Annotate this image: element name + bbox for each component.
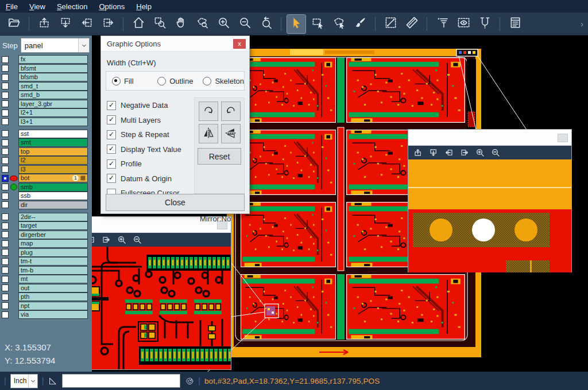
- filter-button[interactable]: [433, 15, 451, 33]
- open-folder-button[interactable]: [5, 15, 23, 33]
- layer-row-fx[interactable]: fx: [0, 55, 92, 64]
- layer-row-mt[interactable]: mt: [0, 275, 92, 283]
- layer-row-via[interactable]: via: [0, 310, 92, 319]
- ruler-button[interactable]: [403, 15, 421, 33]
- zoom-window-title-bar[interactable]: [408, 130, 571, 146]
- zoom-window-content[interactable]: [408, 159, 571, 272]
- select-cursor-button[interactable]: [287, 15, 305, 33]
- magnet-button[interactable]: [475, 15, 494, 33]
- layer-row-l3[interactable]: l3: [0, 165, 92, 174]
- step-down-button[interactable]: [429, 148, 438, 157]
- layer-row-top[interactable]: top: [0, 147, 92, 156]
- step-right-button[interactable]: [99, 15, 117, 33]
- step-left-button[interactable]: [78, 15, 96, 33]
- menu-options[interactable]: Options: [99, 2, 125, 11]
- zoom-in-button[interactable]: [475, 148, 485, 157]
- step-up-button[interactable]: [413, 148, 423, 157]
- layer-row-dirgerber[interactable]: dirgerber: [0, 231, 92, 239]
- command-input[interactable]: [62, 374, 180, 388]
- layer-checkbox[interactable]: [2, 249, 9, 256]
- zoom-poly-button[interactable]: [193, 15, 211, 33]
- radio-fill[interactable]: Fill: [106, 77, 152, 85]
- checkbox-box[interactable]: ✓: [107, 174, 116, 183]
- layer-checkbox[interactable]: [2, 294, 9, 301]
- brush-button[interactable]: [351, 15, 369, 33]
- layer-row-l2+1[interactable]: l2+1: [0, 108, 92, 117]
- layer-row-smt[interactable]: smt: [0, 138, 92, 147]
- layer-row-sst[interactable]: sst: [0, 130, 92, 138]
- checkbox-multi-layers[interactable]: ✓Multi Layers: [107, 116, 181, 124]
- zoom-in-button[interactable]: [117, 235, 126, 244]
- toolbar-overflow-chevron[interactable]: ›: [581, 20, 583, 29]
- rect-select-button[interactable]: [308, 15, 327, 33]
- window-menu-button[interactable]: [558, 134, 568, 142]
- layer-row-smd_b[interactable]: smd_b: [0, 91, 92, 99]
- report-button[interactable]: [506, 15, 524, 33]
- layer-checkbox[interactable]: [2, 213, 9, 220]
- checkbox-box[interactable]: ✓: [107, 101, 116, 110]
- layer-row-bfsmt[interactable]: bfsmt: [0, 64, 92, 73]
- step-down-button[interactable]: [56, 15, 75, 33]
- rotate-ccw-button[interactable]: [221, 102, 241, 121]
- zoom-in-button[interactable]: [214, 15, 233, 33]
- layer-checkbox[interactable]: [2, 302, 9, 309]
- checkbox-step-repeat[interactable]: ✓Step & Repeat: [107, 130, 181, 139]
- layer-checkbox[interactable]: [2, 276, 9, 283]
- chevron-down-icon[interactable]: [78, 38, 89, 52]
- zoom-prev-button[interactable]: [257, 15, 275, 33]
- layer-checkbox[interactable]: [2, 175, 9, 182]
- menu-view[interactable]: View: [29, 2, 45, 11]
- pan-hand-button[interactable]: [172, 15, 190, 33]
- checkbox-profile[interactable]: ✓Profile: [107, 159, 181, 168]
- zoom-out-button[interactable]: [491, 148, 500, 157]
- poly-select-button[interactable]: [330, 15, 348, 33]
- layer-row-tm-t[interactable]: tm-t: [0, 257, 92, 266]
- checkbox-box[interactable]: ✓: [107, 115, 116, 124]
- layer-row-out[interactable]: out: [0, 284, 92, 292]
- zoom-window-button[interactable]: [150, 15, 169, 33]
- layer-checkbox[interactable]: [2, 130, 9, 137]
- layer-checkbox[interactable]: [2, 83, 9, 89]
- layer-checkbox[interactable]: [2, 74, 9, 81]
- layer-row-npt[interactable]: npt: [0, 302, 92, 310]
- layer-checkbox[interactable]: [2, 157, 9, 164]
- mirror-v-button[interactable]: [221, 124, 241, 143]
- mirror-h-button[interactable]: [199, 124, 218, 143]
- layer-checkbox[interactable]: [2, 201, 9, 208]
- layer-row-layer_3.gbr[interactable]: layer_3.gbr: [0, 100, 92, 108]
- layer-row-tm-b[interactable]: tm-b: [0, 266, 92, 275]
- home-button[interactable]: [129, 15, 148, 33]
- radio-dot[interactable]: [203, 77, 211, 85]
- checkbox-display-text-value[interactable]: ✓Display Text Value: [107, 145, 181, 154]
- close-icon[interactable]: x: [233, 39, 246, 49]
- dialog-title-bar[interactable]: Graphic Options x: [101, 36, 249, 52]
- layer-checkbox[interactable]: [2, 193, 9, 200]
- radio-dot[interactable]: [157, 77, 166, 85]
- layer-row-bot[interactable]: bot1: [0, 174, 92, 182]
- step-right-button[interactable]: [102, 235, 111, 244]
- layer-checkbox[interactable]: [2, 92, 9, 99]
- layer-checkbox[interactable]: [2, 267, 9, 274]
- close-button[interactable]: Close: [106, 194, 245, 211]
- zoom-out-button[interactable]: [133, 235, 142, 244]
- checkbox-box[interactable]: ✓: [107, 159, 116, 169]
- chevron-down-icon[interactable]: [28, 375, 37, 388]
- layer-checkbox[interactable]: [2, 223, 9, 229]
- layer-row-smb[interactable]: smb: [0, 183, 92, 192]
- layer-checkbox[interactable]: [2, 139, 9, 146]
- layer-row-ssb[interactable]: ssb: [0, 192, 92, 200]
- zoom-out-button[interactable]: [235, 15, 254, 33]
- layer-checkbox[interactable]: [2, 56, 9, 63]
- layer-checkbox[interactable]: [2, 148, 9, 155]
- menu-file[interactable]: File: [6, 2, 18, 11]
- layer-row-bfsmb[interactable]: bfsmb: [0, 73, 92, 81]
- zoom-window-top-right[interactable]: [408, 129, 572, 272]
- menu-selection[interactable]: Selection: [57, 2, 87, 11]
- layer-checkbox[interactable]: [2, 110, 9, 116]
- radio-outline[interactable]: Outline: [152, 77, 197, 85]
- layer-checkbox[interactable]: [2, 100, 9, 107]
- layer-checkbox[interactable]: [2, 184, 9, 190]
- step-right-button[interactable]: [460, 148, 469, 157]
- layer-row-smd_t[interactable]: smd_t: [0, 82, 92, 91]
- radio-skeleton[interactable]: Skeleton: [197, 77, 244, 85]
